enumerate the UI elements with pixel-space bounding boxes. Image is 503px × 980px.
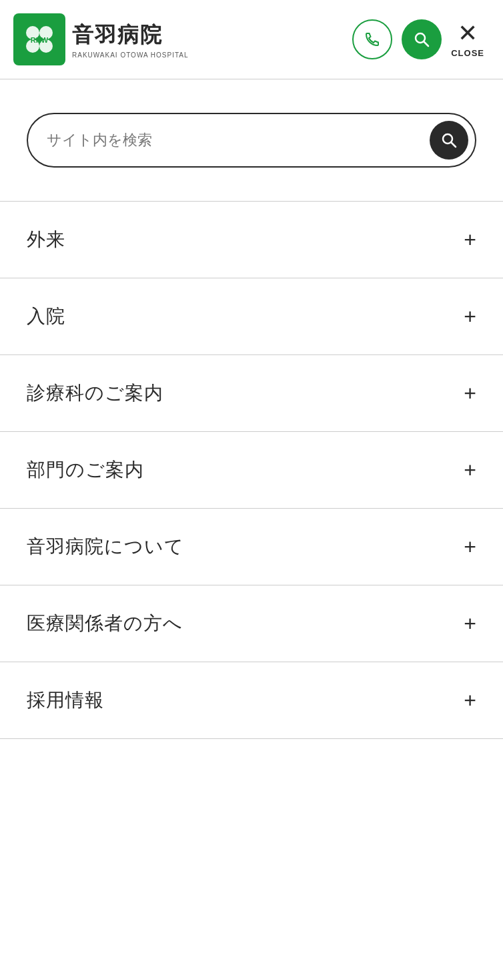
nav-item-label: 外来 (27, 227, 65, 252)
search-bar (27, 113, 476, 168)
logo-text: 音羽病院 RAKUWAKAI OTOWA HOSPITAL (72, 21, 189, 59)
logo-area: RKW 音羽病院 RAKUWAKAI OTOWA HOSPITAL (13, 13, 189, 65)
expand-icon: + (464, 306, 476, 327)
nav-item-divisions[interactable]: 部門のご案内 + (0, 432, 503, 509)
nav-item-medical-staff[interactable]: 医療関係者の方へ + (0, 585, 503, 662)
nav-item-label: 音羽病院について (27, 534, 184, 559)
nav-item-outpatient[interactable]: 外来 + (0, 202, 503, 278)
svg-line-8 (452, 143, 456, 148)
nav-item-label: 入院 (27, 304, 65, 329)
phone-button[interactable] (352, 19, 392, 59)
search-input[interactable] (47, 132, 423, 149)
close-button[interactable]: ✕ CLOSE (451, 21, 484, 58)
nav-item-label: 医療関係者の方へ (27, 611, 183, 636)
nav-item-label: 採用情報 (27, 688, 104, 713)
header-icons: ✕ CLOSE (352, 19, 484, 59)
expand-icon: + (464, 536, 476, 557)
hospital-name-jp: 音羽病院 (72, 21, 163, 50)
hospital-name-en: RAKUWAKAI OTOWA HOSPITAL (72, 51, 189, 59)
logo-icon: RKW (13, 13, 65, 65)
expand-icon: + (464, 690, 476, 711)
nav-item-about[interactable]: 音羽病院について + (0, 509, 503, 585)
close-label: CLOSE (451, 48, 484, 58)
close-x-icon: ✕ (458, 21, 478, 45)
nav-item-label: 診療科のご案内 (27, 381, 163, 406)
expand-icon: + (464, 229, 476, 250)
svg-line-6 (424, 42, 429, 47)
search-area (0, 79, 503, 201)
expand-icon: + (464, 459, 476, 481)
svg-text:RKW: RKW (31, 36, 49, 44)
expand-icon: + (464, 613, 476, 634)
site-header: RKW 音羽病院 RAKUWAKAI OTOWA HOSPITAL ✕ CLOS… (0, 0, 503, 79)
expand-icon: + (464, 383, 476, 404)
search-button[interactable] (402, 19, 442, 59)
nav-item-inpatient[interactable]: 入院 + (0, 278, 503, 355)
nav-item-label: 部門のご案内 (27, 457, 144, 483)
search-submit-button[interactable] (430, 121, 468, 160)
nav-menu: 外来 + 入院 + 診療科のご案内 + 部門のご案内 + 音羽病院について + … (0, 201, 503, 739)
nav-item-departments[interactable]: 診療科のご案内 + (0, 355, 503, 432)
search-submit-icon (440, 132, 458, 149)
nav-item-recruitment[interactable]: 採用情報 + (0, 662, 503, 739)
